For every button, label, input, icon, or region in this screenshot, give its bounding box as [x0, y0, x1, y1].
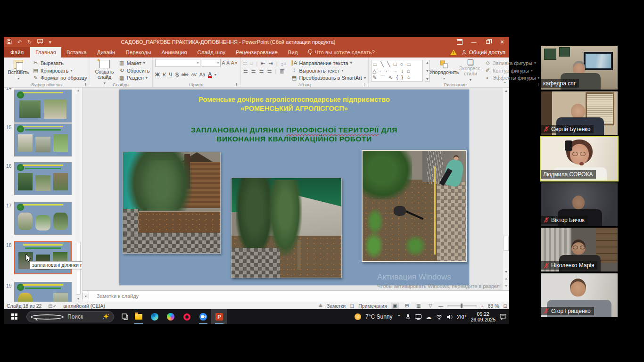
- smartart-button[interactable]: ⬒Преобразовать в SmartArt▾: [291, 74, 365, 81]
- edge-button[interactable]: [147, 309, 163, 324]
- tab-file[interactable]: Файл: [4, 47, 30, 58]
- paragraph-dialog-launcher[interactable]: [364, 83, 367, 86]
- onedrive-cloud-icon[interactable]: ☁: [426, 313, 432, 321]
- reading-view-button[interactable]: ▥: [415, 303, 422, 309]
- strikethrough-button[interactable]: abc: [182, 72, 189, 77]
- align-center-icon[interactable]: ☰: [251, 68, 256, 74]
- align-left-icon[interactable]: ☰: [243, 68, 248, 74]
- shape-fill-button[interactable]: ◇Заливка фигуры▾: [485, 60, 540, 66]
- tab-design[interactable]: Дизайн: [92, 47, 121, 58]
- shapes-gallery[interactable]: ▭ ╲ ╲ □ ○ ▭△ ⌐ ⌐ → ↓ ⌂✎ ⌒ ∿ { } ☆: [371, 60, 423, 82]
- restore-button[interactable]: [481, 37, 495, 47]
- decrease-indent-icon[interactable]: ⇤: [261, 60, 265, 66]
- language-indicator[interactable]: английский (США): [63, 303, 105, 309]
- start-button[interactable]: [4, 309, 25, 324]
- spellcheck-icon[interactable]: ▤✓: [48, 304, 57, 309]
- align-right-icon[interactable]: ☰: [259, 68, 264, 74]
- video-tile-nikolenko[interactable]: Ніколенко Марія: [541, 228, 618, 272]
- language-switcher[interactable]: УКР: [457, 314, 467, 320]
- zoom-slider-handle[interactable]: [461, 304, 462, 308]
- video-tile-butenko[interactable]: Сергій Бутенко: [541, 91, 618, 135]
- section-button[interactable]: ▦Раздел▾: [119, 74, 150, 81]
- scroll-up-icon[interactable]: ▲: [503, 88, 510, 94]
- thumbnail-scrollbar[interactable]: ▲ ▼: [75, 88, 81, 302]
- font-size-combo[interactable]: ▾: [202, 59, 221, 67]
- tell-me-box[interactable]: Что вы хотите сделать?: [303, 47, 380, 58]
- previous-slide-icon[interactable]: ⏶: [503, 276, 510, 282]
- thumb-scroll-down-icon[interactable]: ▼: [75, 296, 81, 302]
- line-spacing-icon[interactable]: ↕≡: [281, 61, 287, 66]
- bold-button[interactable]: Ж: [155, 72, 160, 77]
- slide-scrollbar[interactable]: ▲ ▼ ⏶ ⏷: [502, 88, 509, 290]
- fit-slide-button[interactable]: ⊡: [504, 304, 507, 309]
- underline-button[interactable]: Ч: [169, 72, 173, 77]
- scroll-down-icon[interactable]: ▼: [503, 269, 510, 275]
- slide-subtitle[interactable]: ЗАПЛАНОВАНІ ДІЛЯНКИ ПРИОФІСНОЇ ТЕРИТОРІЇ…: [119, 125, 469, 143]
- zoom-level[interactable]: 83 %: [488, 303, 499, 309]
- tab-insert[interactable]: Вставка: [61, 47, 92, 58]
- shape-effects-button[interactable]: ◐Эффекты фигуры▾: [485, 74, 540, 81]
- format-painter-button[interactable]: ✎Формат по образцу: [33, 74, 87, 81]
- close-button[interactable]: ✕: [495, 37, 509, 47]
- text-direction-button[interactable]: ∥AНаправление текста▾: [291, 60, 365, 66]
- shape-outline-button[interactable]: ✐Контур фигуры▾: [485, 67, 540, 74]
- font-dialog-launcher[interactable]: [236, 83, 239, 86]
- next-slide-icon[interactable]: ⏷: [503, 283, 510, 289]
- clipboard-dialog-launcher[interactable]: [85, 83, 89, 86]
- numbering-icon[interactable]: ≡: [250, 61, 253, 66]
- font-color-button[interactable]: А: [208, 72, 212, 78]
- file-explorer-button[interactable]: [131, 309, 147, 324]
- notes-toggle[interactable]: Заметки: [327, 303, 346, 309]
- video-tile-soroka-active-speaker[interactable]: Людмила СОРОКА: [541, 137, 618, 181]
- slide-title[interactable]: Роменське дочірнє агролісогосподарське п…: [119, 95, 469, 113]
- wifi-icon[interactable]: [436, 314, 442, 320]
- weather-text[interactable]: 7°C Sunny: [365, 313, 393, 320]
- tab-transitions[interactable]: Переходы: [120, 47, 156, 58]
- text-shadow-button[interactable]: S: [175, 72, 179, 77]
- char-spacing-button[interactable]: AV: [191, 72, 197, 77]
- video-tile-gryshchenko[interactable]: Єгор Грищенко: [541, 273, 618, 317]
- clock[interactable]: 09:22 26.09.2025: [471, 311, 495, 322]
- photo-conifer-entrance[interactable]: [123, 152, 221, 254]
- taskbar-search[interactable]: Поиск: [26, 311, 114, 322]
- italic-button[interactable]: К: [163, 72, 166, 77]
- slide-sorter-view-button[interactable]: ⊞: [403, 303, 411, 309]
- grow-font-icon[interactable]: А̂: [222, 60, 225, 66]
- tab-view[interactable]: Вид: [283, 47, 303, 58]
- share-button[interactable]: Общий доступ: [462, 49, 505, 55]
- volume-icon[interactable]: [446, 314, 453, 320]
- comments-toggle[interactable]: Примечания: [358, 303, 387, 309]
- display-icon[interactable]: [415, 314, 421, 320]
- quick-styles-button[interactable]: ❏ Экспресс-стили▾: [458, 59, 483, 81]
- shrink-font-icon[interactable]: А̌: [226, 60, 230, 66]
- notes-splitter-icon[interactable]: ▾: [83, 293, 89, 299]
- zoom-button[interactable]: [195, 309, 211, 324]
- increase-indent-icon[interactable]: ⇥: [268, 60, 272, 66]
- tab-review[interactable]: Рецензирование: [231, 47, 283, 58]
- weather-sun-icon[interactable]: [355, 313, 361, 320]
- ribbon-display-options-icon[interactable]: [453, 37, 467, 47]
- tab-animation[interactable]: Анимация: [156, 47, 192, 58]
- align-text-button[interactable]: ⁝Выровнять текст▾: [291, 67, 365, 74]
- powerpoint-button[interactable]: P: [211, 309, 227, 324]
- collapse-ribbon-icon[interactable]: ⌃: [503, 81, 507, 86]
- minimize-button[interactable]: —: [467, 37, 481, 47]
- new-slide-button[interactable]: Создать слайд▾: [92, 59, 117, 81]
- photo-two-conifers[interactable]: [231, 178, 342, 278]
- photo-measuring-bed[interactable]: [362, 150, 467, 262]
- columns-icon[interactable]: ▥: [280, 68, 284, 74]
- video-tile-kafedra[interactable]: кафедра спг: [541, 46, 618, 90]
- activation-warning-icon[interactable]: [450, 49, 457, 55]
- arrange-button[interactable]: Упорядочить▾: [432, 59, 456, 81]
- video-tile-bychok[interactable]: Віктор Бичок: [541, 182, 618, 226]
- clear-format-icon[interactable]: А✦: [231, 60, 238, 66]
- microphone-icon[interactable]: [405, 314, 411, 320]
- bullets-icon[interactable]: ∷: [243, 60, 247, 66]
- scroll-thumb[interactable]: [504, 236, 509, 251]
- thumb-scroll-up-icon[interactable]: ▲: [75, 88, 81, 93]
- change-case-button[interactable]: Aa: [199, 72, 205, 77]
- hidden-icons-chevron[interactable]: ⌃: [396, 314, 401, 320]
- tab-slideshow[interactable]: Слайд-шоу: [192, 47, 231, 58]
- copilot-button[interactable]: [163, 309, 179, 324]
- cut-button[interactable]: ✂Вырезать: [33, 60, 87, 66]
